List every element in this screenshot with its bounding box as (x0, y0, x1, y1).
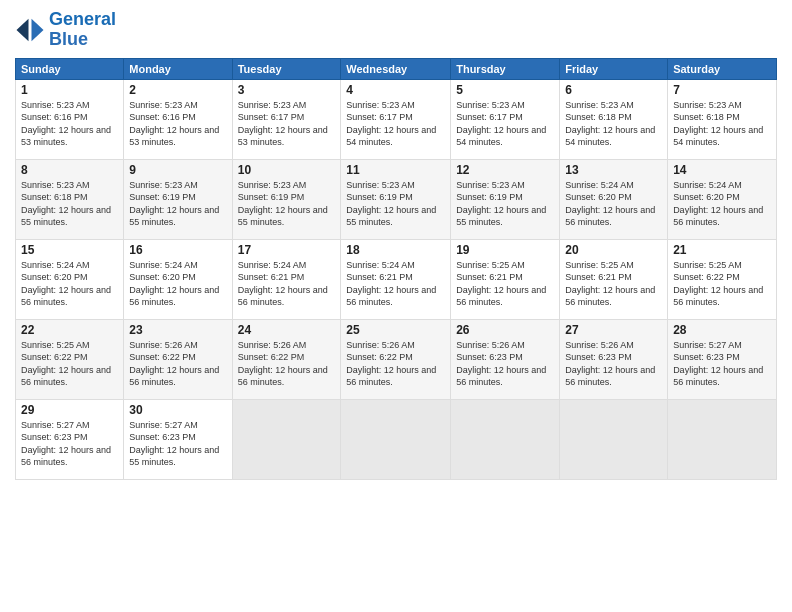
day-number: 10 (238, 163, 336, 177)
day-number: 6 (565, 83, 662, 97)
day-number: 16 (129, 243, 226, 257)
day-number: 15 (21, 243, 118, 257)
day-number: 12 (456, 163, 554, 177)
calendar-cell: 13Sunrise: 5:24 AMSunset: 6:20 PMDayligh… (560, 159, 668, 239)
day-number: 23 (129, 323, 226, 337)
weekday-header: Wednesday (341, 58, 451, 79)
day-number: 30 (129, 403, 226, 417)
day-info: Sunrise: 5:26 AMSunset: 6:22 PMDaylight:… (238, 339, 336, 389)
day-info: Sunrise: 5:26 AMSunset: 6:22 PMDaylight:… (346, 339, 445, 389)
calendar-cell: 25Sunrise: 5:26 AMSunset: 6:22 PMDayligh… (341, 319, 451, 399)
day-number: 26 (456, 323, 554, 337)
day-info: Sunrise: 5:24 AMSunset: 6:20 PMDaylight:… (565, 179, 662, 229)
calendar-header-row: SundayMondayTuesdayWednesdayThursdayFrid… (16, 58, 777, 79)
header: General Blue (15, 10, 777, 50)
day-info: Sunrise: 5:24 AMSunset: 6:20 PMDaylight:… (129, 259, 226, 309)
day-number: 20 (565, 243, 662, 257)
day-info: Sunrise: 5:23 AMSunset: 6:17 PMDaylight:… (456, 99, 554, 149)
logo: General Blue (15, 10, 116, 50)
day-number: 8 (21, 163, 118, 177)
day-number: 14 (673, 163, 771, 177)
day-info: Sunrise: 5:24 AMSunset: 6:21 PMDaylight:… (238, 259, 336, 309)
calendar-cell: 2Sunrise: 5:23 AMSunset: 6:16 PMDaylight… (124, 79, 232, 159)
svg-marker-1 (17, 19, 29, 42)
day-info: Sunrise: 5:25 AMSunset: 6:22 PMDaylight:… (21, 339, 118, 389)
weekday-header: Tuesday (232, 58, 341, 79)
calendar-cell: 5Sunrise: 5:23 AMSunset: 6:17 PMDaylight… (451, 79, 560, 159)
day-info: Sunrise: 5:26 AMSunset: 6:23 PMDaylight:… (565, 339, 662, 389)
day-info: Sunrise: 5:27 AMSunset: 6:23 PMDaylight:… (673, 339, 771, 389)
calendar-cell (451, 399, 560, 479)
weekday-header: Friday (560, 58, 668, 79)
day-info: Sunrise: 5:23 AMSunset: 6:18 PMDaylight:… (21, 179, 118, 229)
calendar-cell: 10Sunrise: 5:23 AMSunset: 6:19 PMDayligh… (232, 159, 341, 239)
calendar-cell: 16Sunrise: 5:24 AMSunset: 6:20 PMDayligh… (124, 239, 232, 319)
day-info: Sunrise: 5:23 AMSunset: 6:17 PMDaylight:… (346, 99, 445, 149)
calendar-cell: 8Sunrise: 5:23 AMSunset: 6:18 PMDaylight… (16, 159, 124, 239)
day-number: 13 (565, 163, 662, 177)
day-info: Sunrise: 5:24 AMSunset: 6:20 PMDaylight:… (673, 179, 771, 229)
calendar-cell: 30Sunrise: 5:27 AMSunset: 6:23 PMDayligh… (124, 399, 232, 479)
day-number: 19 (456, 243, 554, 257)
calendar-cell: 15Sunrise: 5:24 AMSunset: 6:20 PMDayligh… (16, 239, 124, 319)
calendar-cell: 4Sunrise: 5:23 AMSunset: 6:17 PMDaylight… (341, 79, 451, 159)
calendar-cell (232, 399, 341, 479)
calendar-cell: 11Sunrise: 5:23 AMSunset: 6:19 PMDayligh… (341, 159, 451, 239)
calendar-cell: 22Sunrise: 5:25 AMSunset: 6:22 PMDayligh… (16, 319, 124, 399)
day-info: Sunrise: 5:24 AMSunset: 6:21 PMDaylight:… (346, 259, 445, 309)
day-number: 2 (129, 83, 226, 97)
day-info: Sunrise: 5:27 AMSunset: 6:23 PMDaylight:… (21, 419, 118, 469)
day-number: 3 (238, 83, 336, 97)
calendar-cell: 21Sunrise: 5:25 AMSunset: 6:22 PMDayligh… (668, 239, 777, 319)
calendar-cell (668, 399, 777, 479)
calendar-cell: 29Sunrise: 5:27 AMSunset: 6:23 PMDayligh… (16, 399, 124, 479)
weekday-header: Thursday (451, 58, 560, 79)
day-number: 7 (673, 83, 771, 97)
calendar-cell: 6Sunrise: 5:23 AMSunset: 6:18 PMDaylight… (560, 79, 668, 159)
day-info: Sunrise: 5:25 AMSunset: 6:22 PMDaylight:… (673, 259, 771, 309)
day-info: Sunrise: 5:23 AMSunset: 6:18 PMDaylight:… (565, 99, 662, 149)
calendar-cell: 18Sunrise: 5:24 AMSunset: 6:21 PMDayligh… (341, 239, 451, 319)
day-number: 1 (21, 83, 118, 97)
calendar-cell: 14Sunrise: 5:24 AMSunset: 6:20 PMDayligh… (668, 159, 777, 239)
calendar-cell: 19Sunrise: 5:25 AMSunset: 6:21 PMDayligh… (451, 239, 560, 319)
calendar-cell: 26Sunrise: 5:26 AMSunset: 6:23 PMDayligh… (451, 319, 560, 399)
day-number: 17 (238, 243, 336, 257)
weekday-header: Monday (124, 58, 232, 79)
day-number: 24 (238, 323, 336, 337)
calendar-cell: 17Sunrise: 5:24 AMSunset: 6:21 PMDayligh… (232, 239, 341, 319)
calendar-cell: 3Sunrise: 5:23 AMSunset: 6:17 PMDaylight… (232, 79, 341, 159)
calendar-cell: 23Sunrise: 5:26 AMSunset: 6:22 PMDayligh… (124, 319, 232, 399)
calendar-cell: 28Sunrise: 5:27 AMSunset: 6:23 PMDayligh… (668, 319, 777, 399)
day-info: Sunrise: 5:25 AMSunset: 6:21 PMDaylight:… (565, 259, 662, 309)
day-info: Sunrise: 5:23 AMSunset: 6:18 PMDaylight:… (673, 99, 771, 149)
day-number: 25 (346, 323, 445, 337)
day-info: Sunrise: 5:27 AMSunset: 6:23 PMDaylight:… (129, 419, 226, 469)
calendar-cell: 24Sunrise: 5:26 AMSunset: 6:22 PMDayligh… (232, 319, 341, 399)
day-number: 5 (456, 83, 554, 97)
day-info: Sunrise: 5:23 AMSunset: 6:19 PMDaylight:… (238, 179, 336, 229)
calendar-body: 1Sunrise: 5:23 AMSunset: 6:16 PMDaylight… (16, 79, 777, 479)
calendar-cell: 27Sunrise: 5:26 AMSunset: 6:23 PMDayligh… (560, 319, 668, 399)
calendar-table: SundayMondayTuesdayWednesdayThursdayFrid… (15, 58, 777, 480)
day-number: 11 (346, 163, 445, 177)
weekday-header: Sunday (16, 58, 124, 79)
day-info: Sunrise: 5:24 AMSunset: 6:20 PMDaylight:… (21, 259, 118, 309)
calendar-cell (560, 399, 668, 479)
calendar-cell: 9Sunrise: 5:23 AMSunset: 6:19 PMDaylight… (124, 159, 232, 239)
day-number: 29 (21, 403, 118, 417)
day-number: 21 (673, 243, 771, 257)
logo-text: General Blue (49, 10, 116, 50)
calendar-week-row: 8Sunrise: 5:23 AMSunset: 6:18 PMDaylight… (16, 159, 777, 239)
calendar-cell: 20Sunrise: 5:25 AMSunset: 6:21 PMDayligh… (560, 239, 668, 319)
day-info: Sunrise: 5:23 AMSunset: 6:16 PMDaylight:… (21, 99, 118, 149)
svg-marker-0 (32, 19, 44, 42)
day-info: Sunrise: 5:26 AMSunset: 6:23 PMDaylight:… (456, 339, 554, 389)
day-number: 28 (673, 323, 771, 337)
day-number: 22 (21, 323, 118, 337)
day-info: Sunrise: 5:23 AMSunset: 6:19 PMDaylight:… (129, 179, 226, 229)
day-info: Sunrise: 5:25 AMSunset: 6:21 PMDaylight:… (456, 259, 554, 309)
logo-icon (15, 15, 45, 45)
day-number: 4 (346, 83, 445, 97)
day-info: Sunrise: 5:23 AMSunset: 6:19 PMDaylight:… (456, 179, 554, 229)
